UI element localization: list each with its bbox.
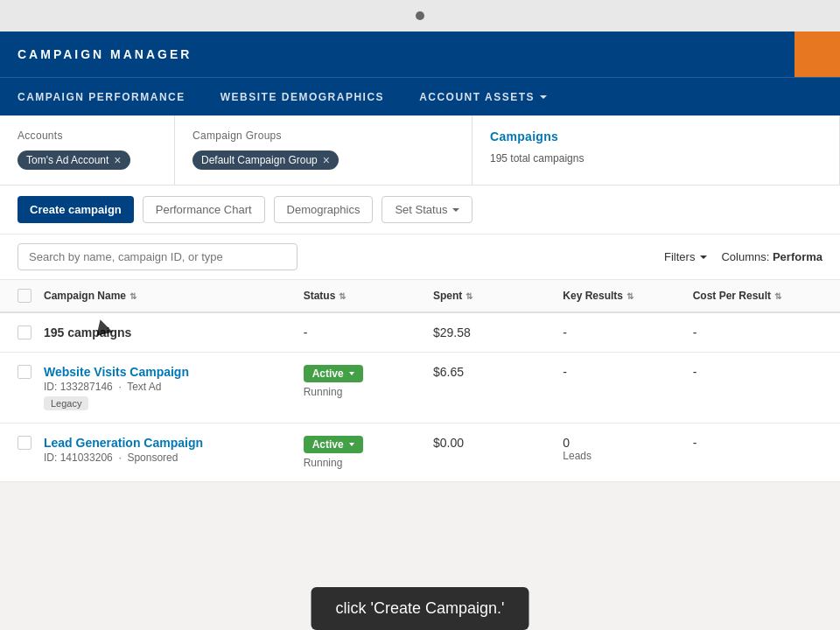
search-input[interactable] xyxy=(18,243,298,270)
performance-chart-button[interactable]: Performance Chart xyxy=(143,196,265,223)
search-wrapper xyxy=(18,243,298,270)
table-row: Website Visits Campaign ID: 133287146 · … xyxy=(0,353,840,424)
row1-key-results: - xyxy=(563,365,692,379)
avatar xyxy=(794,32,840,77)
top-dot xyxy=(416,11,424,20)
app-title: CAMPAIGN MANAGER xyxy=(18,47,192,61)
row2-key-results: 0 Leads xyxy=(563,436,692,462)
accounts-col: Accounts Tom's Ad Account × xyxy=(0,116,175,185)
summary-status: - xyxy=(304,326,433,340)
filters-label: Filters xyxy=(664,250,695,263)
columns-prefix: Columns: xyxy=(721,250,773,263)
th-campaign-name[interactable]: Campaign Name ⇅ xyxy=(44,290,304,302)
row2-cost-per-result: - xyxy=(693,436,822,450)
sort-key-results-icon: ⇅ xyxy=(626,291,634,301)
row2-status-col: Active Running xyxy=(304,436,433,469)
summary-cost-per-result: - xyxy=(693,326,822,340)
summary-spent: $29.58 xyxy=(433,326,563,340)
row2-status-badge[interactable]: Active xyxy=(304,436,363,453)
campaigns-col: Campaigns 195 total campaigns xyxy=(472,116,840,185)
row1-campaign-tag: Legacy xyxy=(44,396,88,410)
campaigns-label: Campaigns xyxy=(490,130,822,144)
row2-key-results-count: 0 xyxy=(563,436,692,450)
app-header: CAMPAIGN MANAGER xyxy=(0,32,840,77)
row1-campaign-id: ID: 133287146 xyxy=(44,381,113,393)
tooltip-overlay: click 'Create Campaign.' xyxy=(312,587,529,630)
nav-bar: CAMPAIGN PERFORMANCE WEBSITE DEMOGRAPHIC… xyxy=(0,77,840,116)
row1-cost-per-result: - xyxy=(693,365,822,379)
row1-checkbox-col xyxy=(18,365,44,379)
total-campaigns-label: 195 total campaigns xyxy=(490,152,822,164)
row2-campaign-id: ID: 141033206 xyxy=(44,452,113,464)
summary-row: 195 campaigns - $29.58 - - xyxy=(0,313,840,353)
th-key-results[interactable]: Key Results ⇅ xyxy=(563,290,692,302)
nav-item-account-assets[interactable]: ACCOUNT ASSETS xyxy=(402,78,564,116)
row2-campaign-type: Sponsored xyxy=(127,452,178,464)
select-all-checkbox[interactable] xyxy=(18,289,32,303)
row1-campaign-meta: ID: 133287146 · Text Ad xyxy=(44,381,304,393)
row2-name-col: Lead Generation Campaign ID: 141033206 ·… xyxy=(44,436,304,464)
campaign-groups-col: Campaign Groups Default Campaign Group × xyxy=(175,116,472,185)
summary-checkbox[interactable] xyxy=(18,326,32,340)
row1-campaign-link[interactable]: Website Visits Campaign xyxy=(44,365,304,379)
row1-status-col: Active Running xyxy=(304,365,433,398)
summary-name: 195 campaigns xyxy=(44,326,304,340)
table-area: Campaign Name ⇅ Status ⇅ Spent ⇅ Key Res… xyxy=(0,280,840,482)
th-spent[interactable]: Spent ⇅ xyxy=(433,290,563,302)
columns-label: Columns: Performa xyxy=(721,250,822,263)
create-campaign-button[interactable]: Create campaign xyxy=(18,196,134,223)
sort-spent-icon: ⇅ xyxy=(466,291,472,301)
row1-name-col: Website Visits Campaign ID: 133287146 · … xyxy=(44,365,304,410)
sort-status-icon: ⇅ xyxy=(339,291,346,301)
top-bar xyxy=(0,0,840,32)
row1-status-badge[interactable]: Active xyxy=(304,365,363,382)
row1-status-dropdown-icon xyxy=(349,372,354,375)
main-content: Accounts Tom's Ad Account × Campaign Gro… xyxy=(0,116,840,482)
table-header: Campaign Name ⇅ Status ⇅ Spent ⇅ Key Res… xyxy=(0,280,840,313)
sort-campaign-name-icon: ⇅ xyxy=(130,291,136,301)
row1-spent: $6.65 xyxy=(433,365,563,379)
set-status-button[interactable]: Set Status xyxy=(382,196,472,223)
nav-item-campaign-performance[interactable]: CAMPAIGN PERFORMANCE xyxy=(0,78,203,116)
row1-campaign-type: Text Ad xyxy=(127,381,161,393)
summary-checkbox-col xyxy=(18,326,44,340)
tooltip-text: click 'Create Campaign.' xyxy=(336,599,505,617)
table-row: Lead Generation Campaign ID: 141033206 ·… xyxy=(0,424,840,482)
row1-checkbox[interactable] xyxy=(18,365,32,379)
row2-checkbox-col xyxy=(18,436,44,450)
accounts-label: Accounts xyxy=(18,130,157,142)
campaign-group-chip-close[interactable]: × xyxy=(323,154,330,166)
row2-status-running: Running xyxy=(304,457,433,469)
account-chip-label: Tom's Ad Account xyxy=(26,154,108,166)
filters-button[interactable]: Filters xyxy=(664,250,707,263)
row1-status-running: Running xyxy=(304,386,433,398)
toolbar: Create campaign Performance Chart Demogr… xyxy=(0,186,840,234)
th-status[interactable]: Status ⇅ xyxy=(304,290,433,302)
breadcrumb-area: Accounts Tom's Ad Account × Campaign Gro… xyxy=(0,116,840,186)
th-cost-per-result[interactable]: Cost Per Result ⇅ xyxy=(693,290,822,302)
campaign-groups-label: Campaign Groups xyxy=(192,130,454,142)
search-area: Filters Columns: Performa xyxy=(0,234,840,280)
columns-value: Performa xyxy=(773,250,822,263)
select-all-checkbox-col xyxy=(18,289,44,303)
row2-key-results-label: Leads xyxy=(563,450,692,462)
row2-status-dropdown-icon xyxy=(349,443,354,446)
demographics-button[interactable]: Demographics xyxy=(274,196,374,223)
campaign-group-chip[interactable]: Default Campaign Group × xyxy=(192,150,339,170)
account-chip-close[interactable]: × xyxy=(114,154,121,166)
sort-cost-per-result-icon: ⇅ xyxy=(774,291,781,301)
campaign-group-chip-label: Default Campaign Group xyxy=(201,154,318,166)
row2-spent: $0.00 xyxy=(433,436,563,450)
row2-checkbox[interactable] xyxy=(18,436,32,450)
nav-item-website-demographics[interactable]: WEBSITE DEMOGRAPHICS xyxy=(203,78,402,116)
summary-key-results: - xyxy=(563,326,692,340)
filters-chevron-icon xyxy=(700,256,707,259)
account-chip[interactable]: Tom's Ad Account × xyxy=(18,150,130,170)
row2-campaign-meta: ID: 141033206 · Sponsored xyxy=(44,452,304,464)
row2-campaign-link[interactable]: Lead Generation Campaign xyxy=(44,436,304,450)
